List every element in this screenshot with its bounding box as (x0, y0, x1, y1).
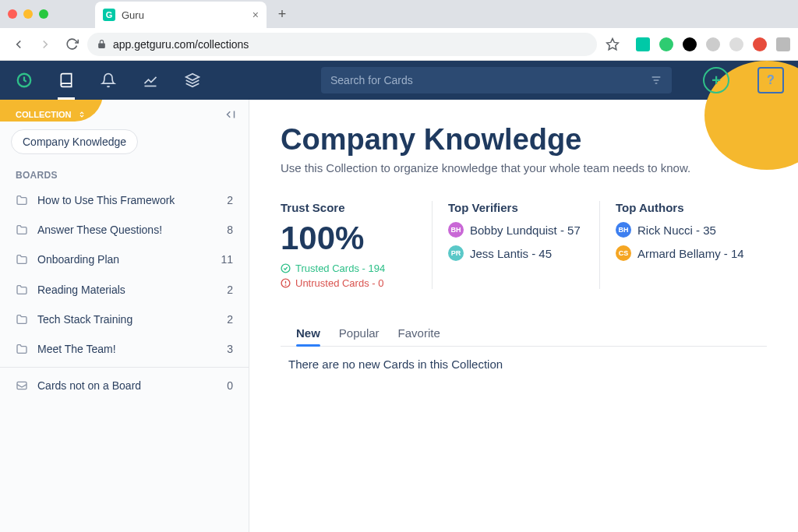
folder-icon (16, 253, 28, 266)
loose-cards-count: 0 (227, 379, 233, 392)
board-name: Reading Materials (37, 283, 217, 297)
person-text: Bobby Lundquist - 57 (470, 224, 581, 237)
library-icon[interactable] (56, 70, 76, 90)
avatar: BH (448, 222, 464, 238)
ext-grey2-icon[interactable] (729, 37, 743, 51)
board-item[interactable]: Onboarding Plan11 (0, 245, 249, 274)
folder-icon (16, 343, 28, 355)
board-name: Meet The Team! (37, 342, 217, 356)
board-count: 3 (227, 343, 233, 355)
window-controls[interactable] (8, 9, 48, 19)
empty-message: There are no new Cards in this Collectio… (281, 358, 767, 371)
board-name: Onboarding Plan (37, 252, 211, 266)
card-icon (16, 379, 28, 392)
app-header: Search for Cards + ? (0, 61, 798, 100)
top-authors-panel: Top Authors BHRick Nucci - 35CSArmard Be… (616, 201, 767, 289)
add-button[interactable]: + (703, 67, 729, 93)
ext-camera-icon[interactable] (776, 37, 790, 51)
board-item[interactable]: Tech Stack Training2 (0, 305, 249, 334)
avatar: CS (616, 245, 631, 261)
collection-label: COLLECTION (16, 110, 72, 119)
trust-score-panel: Trust Score 100% Trusted Cards - 194 Unt… (281, 201, 433, 289)
top-verifiers-panel: Top Verifiers BHBobby Lundquist - 57PRJe… (448, 201, 600, 289)
tab-title: Guru (122, 9, 246, 21)
collection-chip[interactable]: Company Knowledge (11, 129, 138, 154)
ext-grey1-icon[interactable] (706, 37, 720, 51)
folder-icon (16, 224, 28, 236)
ext-red-icon[interactable] (753, 37, 767, 51)
ext-green-icon[interactable] (659, 37, 673, 51)
svg-marker-0 (607, 38, 619, 49)
tab-favorite[interactable]: Favorite (398, 320, 440, 346)
board-count: 2 (227, 284, 233, 296)
address-bar[interactable]: app.getguru.com/collections (87, 33, 597, 56)
browser-tab[interactable]: G Guru × (95, 2, 267, 28)
person-text: Armard Bellamy - 14 (637, 247, 744, 260)
person-row[interactable]: CSArmard Bellamy - 14 (616, 245, 751, 261)
stacks-icon[interactable] (182, 70, 203, 90)
trust-score-value: 100% (281, 222, 416, 255)
folder-icon (16, 284, 28, 296)
board-item[interactable]: Reading Materials2 (0, 275, 249, 305)
board-item[interactable]: Meet The Team!3 (0, 334, 249, 364)
collapse-sidebar-icon[interactable] (224, 107, 238, 122)
bookmark-star-icon[interactable] (602, 33, 623, 55)
tab-popular[interactable]: Popular (339, 320, 380, 346)
person-text: Jess Lantis - 45 (470, 247, 552, 260)
board-item[interactable]: Answer These Questions!8 (0, 215, 249, 245)
help-button[interactable]: ? (757, 67, 784, 93)
ext-guru-icon[interactable] (636, 37, 650, 51)
notifications-icon[interactable] (98, 70, 118, 90)
boards-heading: BOARDS (0, 165, 249, 185)
reload-button[interactable] (61, 33, 83, 55)
sidebar: COLLECTION Company Knowledge BOARDS How … (0, 100, 249, 532)
close-window-icon[interactable] (8, 9, 17, 19)
board-count: 8 (227, 224, 233, 236)
untrusted-cards-line: Untrusted Cards - 0 (281, 277, 416, 289)
trust-score-label: Trust Score (281, 201, 416, 214)
avatar: BH (616, 222, 631, 238)
person-row[interactable]: PRJess Lantis - 45 (448, 245, 584, 261)
ext-black-icon[interactable] (683, 37, 697, 51)
board-name: Answer These Questions! (37, 223, 217, 237)
guru-favicon-icon: G (103, 9, 115, 21)
avatar: PR (448, 245, 464, 261)
person-text: Rick Nucci - 35 (637, 224, 716, 237)
extension-icons (636, 37, 790, 51)
page-subtitle: Use this Collection to organize knowledg… (281, 161, 767, 174)
maximize-window-icon[interactable] (39, 9, 48, 19)
person-row[interactable]: BHBobby Lundquist - 57 (448, 222, 584, 238)
loose-cards-item[interactable]: Cards not on a Board 0 (0, 371, 249, 400)
lock-icon (97, 39, 107, 49)
board-item[interactable]: How to Use This Framework2 (0, 185, 249, 215)
forward-button[interactable] (34, 33, 56, 55)
minimize-window-icon[interactable] (23, 9, 33, 19)
filter-icon[interactable] (650, 74, 662, 86)
svg-point-12 (285, 285, 286, 286)
board-name: How to Use This Framework (37, 193, 217, 207)
search-input[interactable]: Search for Cards (321, 67, 672, 93)
verifiers-label: Top Verifiers (448, 201, 584, 214)
folder-icon (16, 313, 28, 326)
svg-marker-3 (186, 74, 200, 80)
guru-logo-icon[interactable] (14, 70, 34, 90)
board-name: Tech Stack Training (37, 312, 217, 326)
sort-icon[interactable] (78, 111, 86, 118)
board-count: 2 (227, 313, 233, 326)
person-row[interactable]: BHRick Nucci - 35 (616, 222, 751, 238)
close-tab-icon[interactable]: × (252, 9, 259, 21)
board-count: 11 (221, 253, 233, 266)
main-content: Company Knowledge Use this Collection to… (249, 100, 798, 532)
board-count: 2 (227, 194, 233, 206)
back-button[interactable] (8, 33, 30, 55)
page-title: Company Knowledge (281, 123, 767, 157)
new-tab-button[interactable]: + (271, 3, 293, 25)
check-circle-icon (281, 263, 291, 273)
search-placeholder: Search for Cards (330, 74, 650, 86)
analytics-icon[interactable] (140, 70, 161, 90)
authors-label: Top Authors (616, 201, 751, 214)
tab-new[interactable]: New (296, 320, 320, 346)
loose-cards-name: Cards not on a Board (37, 379, 217, 393)
folder-icon (16, 194, 28, 206)
alert-circle-icon (281, 278, 291, 288)
